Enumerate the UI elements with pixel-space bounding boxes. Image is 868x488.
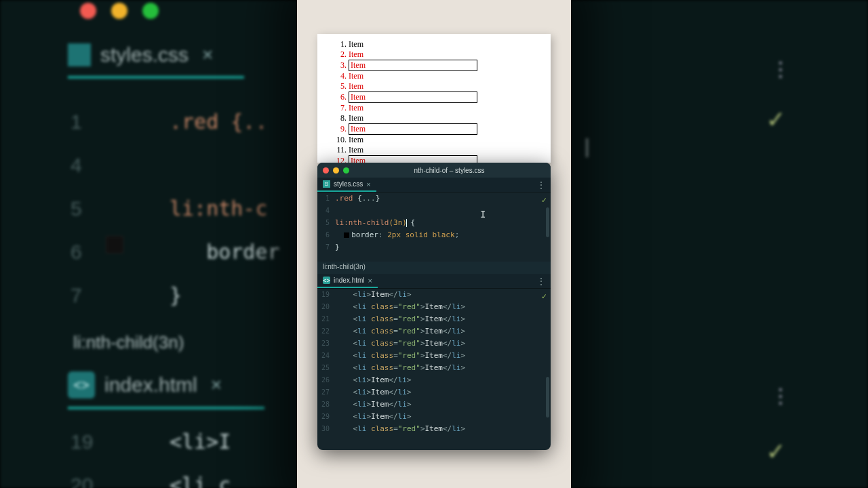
bg-gutter: 14567 [71, 100, 82, 317]
css3-icon [68, 43, 91, 66]
close-icon: × [202, 44, 213, 66]
browser-preview[interactable]: ItemItemItemItemItemItemItemItemItemItem… [317, 34, 551, 163]
list-item: Item [349, 39, 542, 49]
tab-label: styles.css [334, 180, 363, 188]
close-icon[interactable] [323, 167, 329, 174]
tab-styles-css[interactable]: ⌑ styles.css × [317, 178, 376, 192]
list-item: Item [349, 71, 542, 81]
list-item: Item [349, 155, 542, 163]
check-icon: ✓ [766, 438, 785, 465]
check-icon: ✓ [542, 291, 547, 301]
text-cursor-icon: I [583, 133, 597, 163]
list-item: Item [349, 60, 542, 71]
code-line[interactable]: 23 <li class="red">Item</li> [317, 338, 551, 350]
code-line[interactable]: 27 <li>Item</li> [317, 386, 551, 399]
list-item: Item [349, 81, 542, 92]
code-line[interactable]: 30 <li class="red">Item</li> [317, 423, 551, 435]
code-line[interactable]: 19 <li>Item</li> [317, 289, 551, 301]
foreground-column: ItemItemItemItemItemItemItemItemItemItem… [297, 0, 571, 488]
text-cursor-icon: I [480, 209, 486, 220]
code-line[interactable]: 28 <li>Item</li> [317, 399, 551, 411]
list-item: Item [349, 103, 542, 113]
code-line[interactable]: 29 <li>Item</li> [317, 411, 551, 423]
more-icon: ⋮ [770, 57, 792, 81]
bg-minimize-icon [111, 3, 127, 19]
close-icon[interactable]: × [366, 180, 370, 188]
editor-window: nth-child-of – styles.css ⌑ styles.css ×… [317, 163, 551, 450]
code-line[interactable]: 4 [317, 205, 551, 217]
list-item: Item [349, 145, 542, 155]
bg-tab-html: index.html [104, 373, 197, 396]
html5-icon: <> [68, 371, 95, 399]
code-line[interactable]: 22 <li class="red">Item</li> [317, 325, 551, 338]
code-line[interactable]: 6 border: 2px solid black; [317, 229, 551, 241]
bg-gutter-html: 1920 [71, 420, 93, 488]
tabbar-css: ⌑ styles.css × ⋮ [317, 178, 551, 192]
minimize-icon[interactable] [333, 167, 339, 174]
code-line[interactable]: 24 <li class="red">Item</li> [317, 350, 551, 362]
editor-titlebar[interactable]: nth-child-of – styles.css [317, 163, 551, 178]
breadcrumb[interactable]: li:nth-child(3n) [317, 262, 551, 274]
more-icon: ⋮ [770, 384, 792, 407]
bg-code: .red {.. li:nth-c border } [170, 100, 280, 317]
html-code-pane[interactable]: ✓ 19 <li>Item</li>20 <li class="red">Ite… [317, 289, 551, 438]
window-title: nth-child-of – styles.css [353, 167, 545, 174]
close-icon[interactable]: × [368, 277, 372, 285]
scrollbar-thumb[interactable] [546, 377, 549, 418]
list-item: Item [349, 92, 542, 103]
tab-index-html[interactable]: <> index.html × [317, 274, 378, 288]
bg-close-icon [80, 3, 96, 19]
preview-list: ItemItemItemItemItemItemItemItemItemItem… [339, 39, 542, 163]
code-line[interactable]: 25 <li class="red">Item</li> [317, 362, 551, 374]
check-icon: ✓ [542, 195, 547, 205]
list-item: Item [349, 135, 542, 145]
code-line[interactable]: 20 <li class="red">Item</li> [317, 301, 551, 313]
code-line[interactable]: 21 <li class="red">Item</li> [317, 313, 551, 325]
color-swatch-icon [344, 232, 349, 238]
scrollbar-thumb[interactable] [546, 207, 549, 237]
list-item: Item [349, 123, 542, 135]
bg-zoom-icon [142, 3, 159, 19]
check-icon: ✓ [766, 106, 785, 133]
css-code-pane[interactable]: ✓ I 1.red {...}45li:nth-child(3n) {6 bor… [317, 192, 551, 262]
bg-tab-css: styles.css [100, 43, 189, 66]
more-icon[interactable]: ⋮ [537, 180, 545, 190]
more-icon[interactable]: ⋮ [537, 277, 545, 286]
color-swatch-icon [106, 236, 123, 253]
list-item: Item [349, 113, 542, 123]
close-icon: × [211, 374, 222, 396]
tabbar-html: <> index.html × ⋮ [317, 274, 551, 289]
code-line[interactable]: 7} [317, 241, 551, 253]
bg-breadcrumb: li:nth-child(3n) [73, 332, 184, 353]
tab-label: index.html [334, 277, 365, 284]
code-line[interactable]: 1.red {...} [317, 192, 551, 205]
html5-icon: <> [323, 277, 330, 284]
css3-icon: ⌑ [323, 180, 330, 188]
bg-code-html: <li>I <li c [170, 420, 231, 488]
zoom-icon[interactable] [343, 167, 349, 174]
list-item: Item [349, 49, 542, 60]
code-line[interactable]: 5li:nth-child(3n) { [317, 217, 551, 229]
code-line[interactable]: 26 <li>Item</li> [317, 374, 551, 386]
